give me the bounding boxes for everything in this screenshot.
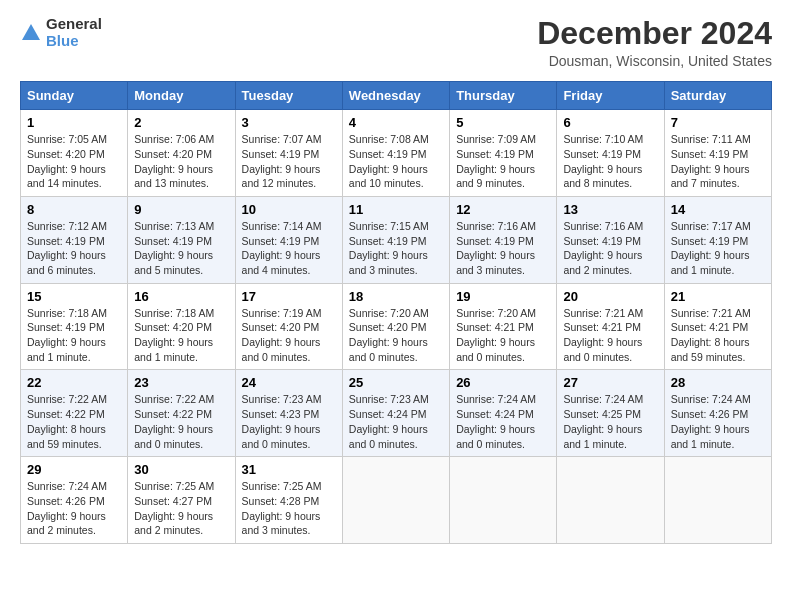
day-info: Sunrise: 7:11 AMSunset: 4:19 PMDaylight:…: [671, 132, 765, 191]
day-info: Sunrise: 7:24 AMSunset: 4:24 PMDaylight:…: [456, 392, 550, 451]
day-number: 6: [563, 115, 657, 130]
calendar-cell: 2Sunrise: 7:06 AMSunset: 4:20 PMDaylight…: [128, 110, 235, 197]
day-number: 28: [671, 375, 765, 390]
day-info: Sunrise: 7:13 AMSunset: 4:19 PMDaylight:…: [134, 219, 228, 278]
calendar-cell: [450, 457, 557, 544]
calendar-cell: 26Sunrise: 7:24 AMSunset: 4:24 PMDayligh…: [450, 370, 557, 457]
day-number: 13: [563, 202, 657, 217]
calendar-cell: 22Sunrise: 7:22 AMSunset: 4:22 PMDayligh…: [21, 370, 128, 457]
day-info: Sunrise: 7:07 AMSunset: 4:19 PMDaylight:…: [242, 132, 336, 191]
day-info: Sunrise: 7:24 AMSunset: 4:25 PMDaylight:…: [563, 392, 657, 451]
calendar-cell: 4Sunrise: 7:08 AMSunset: 4:19 PMDaylight…: [342, 110, 449, 197]
day-number: 30: [134, 462, 228, 477]
calendar-table: SundayMondayTuesdayWednesdayThursdayFrid…: [20, 81, 772, 544]
day-number: 9: [134, 202, 228, 217]
calendar-cell: 1Sunrise: 7:05 AMSunset: 4:20 PMDaylight…: [21, 110, 128, 197]
calendar-day-header: Tuesday: [235, 82, 342, 110]
calendar-day-header: Thursday: [450, 82, 557, 110]
calendar-cell: [664, 457, 771, 544]
day-number: 15: [27, 289, 121, 304]
day-number: 19: [456, 289, 550, 304]
calendar-cell: 27Sunrise: 7:24 AMSunset: 4:25 PMDayligh…: [557, 370, 664, 457]
day-number: 8: [27, 202, 121, 217]
day-info: Sunrise: 7:08 AMSunset: 4:19 PMDaylight:…: [349, 132, 443, 191]
page-header: General Blue December 2024 Dousman, Wisc…: [20, 16, 772, 69]
day-info: Sunrise: 7:15 AMSunset: 4:19 PMDaylight:…: [349, 219, 443, 278]
calendar-cell: 28Sunrise: 7:24 AMSunset: 4:26 PMDayligh…: [664, 370, 771, 457]
calendar-cell: 17Sunrise: 7:19 AMSunset: 4:20 PMDayligh…: [235, 283, 342, 370]
day-number: 24: [242, 375, 336, 390]
day-number: 23: [134, 375, 228, 390]
calendar-cell: 12Sunrise: 7:16 AMSunset: 4:19 PMDayligh…: [450, 196, 557, 283]
day-number: 14: [671, 202, 765, 217]
day-info: Sunrise: 7:25 AMSunset: 4:28 PMDaylight:…: [242, 479, 336, 538]
logo-icon: [20, 22, 42, 44]
day-number: 1: [27, 115, 121, 130]
calendar-cell: 25Sunrise: 7:23 AMSunset: 4:24 PMDayligh…: [342, 370, 449, 457]
calendar-cell: 6Sunrise: 7:10 AMSunset: 4:19 PMDaylight…: [557, 110, 664, 197]
calendar-cell: 9Sunrise: 7:13 AMSunset: 4:19 PMDaylight…: [128, 196, 235, 283]
day-number: 21: [671, 289, 765, 304]
day-info: Sunrise: 7:25 AMSunset: 4:27 PMDaylight:…: [134, 479, 228, 538]
day-info: Sunrise: 7:24 AMSunset: 4:26 PMDaylight:…: [671, 392, 765, 451]
calendar-cell: 23Sunrise: 7:22 AMSunset: 4:22 PMDayligh…: [128, 370, 235, 457]
calendar-cell: 5Sunrise: 7:09 AMSunset: 4:19 PMDaylight…: [450, 110, 557, 197]
day-number: 31: [242, 462, 336, 477]
day-number: 11: [349, 202, 443, 217]
title-block: December 2024 Dousman, Wisconsin, United…: [537, 16, 772, 69]
logo-text: General Blue: [46, 16, 102, 49]
calendar-day-header: Wednesday: [342, 82, 449, 110]
day-number: 18: [349, 289, 443, 304]
day-number: 25: [349, 375, 443, 390]
day-number: 26: [456, 375, 550, 390]
calendar-header: SundayMondayTuesdayWednesdayThursdayFrid…: [21, 82, 772, 110]
day-number: 29: [27, 462, 121, 477]
calendar-cell: 8Sunrise: 7:12 AMSunset: 4:19 PMDaylight…: [21, 196, 128, 283]
logo: General Blue: [20, 16, 102, 49]
day-info: Sunrise: 7:16 AMSunset: 4:19 PMDaylight:…: [456, 219, 550, 278]
day-info: Sunrise: 7:20 AMSunset: 4:20 PMDaylight:…: [349, 306, 443, 365]
day-info: Sunrise: 7:09 AMSunset: 4:19 PMDaylight:…: [456, 132, 550, 191]
calendar-week-row: 8Sunrise: 7:12 AMSunset: 4:19 PMDaylight…: [21, 196, 772, 283]
day-number: 20: [563, 289, 657, 304]
calendar-day-header: Monday: [128, 82, 235, 110]
calendar-cell: 30Sunrise: 7:25 AMSunset: 4:27 PMDayligh…: [128, 457, 235, 544]
calendar-day-header: Sunday: [21, 82, 128, 110]
logo-blue: Blue: [46, 33, 102, 50]
day-number: 5: [456, 115, 550, 130]
calendar-cell: 19Sunrise: 7:20 AMSunset: 4:21 PMDayligh…: [450, 283, 557, 370]
calendar-cell: 15Sunrise: 7:18 AMSunset: 4:19 PMDayligh…: [21, 283, 128, 370]
calendar-cell: 31Sunrise: 7:25 AMSunset: 4:28 PMDayligh…: [235, 457, 342, 544]
day-number: 4: [349, 115, 443, 130]
calendar-cell: 10Sunrise: 7:14 AMSunset: 4:19 PMDayligh…: [235, 196, 342, 283]
calendar-day-header: Saturday: [664, 82, 771, 110]
day-number: 10: [242, 202, 336, 217]
main-title: December 2024: [537, 16, 772, 51]
day-info: Sunrise: 7:23 AMSunset: 4:24 PMDaylight:…: [349, 392, 443, 451]
day-info: Sunrise: 7:16 AMSunset: 4:19 PMDaylight:…: [563, 219, 657, 278]
calendar-cell: [557, 457, 664, 544]
day-info: Sunrise: 7:22 AMSunset: 4:22 PMDaylight:…: [134, 392, 228, 451]
calendar-day-header: Friday: [557, 82, 664, 110]
day-info: Sunrise: 7:20 AMSunset: 4:21 PMDaylight:…: [456, 306, 550, 365]
calendar-cell: 13Sunrise: 7:16 AMSunset: 4:19 PMDayligh…: [557, 196, 664, 283]
calendar-cell: 24Sunrise: 7:23 AMSunset: 4:23 PMDayligh…: [235, 370, 342, 457]
day-info: Sunrise: 7:05 AMSunset: 4:20 PMDaylight:…: [27, 132, 121, 191]
day-number: 22: [27, 375, 121, 390]
day-number: 2: [134, 115, 228, 130]
day-info: Sunrise: 7:10 AMSunset: 4:19 PMDaylight:…: [563, 132, 657, 191]
day-number: 7: [671, 115, 765, 130]
day-info: Sunrise: 7:14 AMSunset: 4:19 PMDaylight:…: [242, 219, 336, 278]
day-number: 17: [242, 289, 336, 304]
day-info: Sunrise: 7:21 AMSunset: 4:21 PMDaylight:…: [671, 306, 765, 365]
day-info: Sunrise: 7:17 AMSunset: 4:19 PMDaylight:…: [671, 219, 765, 278]
day-info: Sunrise: 7:06 AMSunset: 4:20 PMDaylight:…: [134, 132, 228, 191]
calendar-cell: 14Sunrise: 7:17 AMSunset: 4:19 PMDayligh…: [664, 196, 771, 283]
calendar-cell: 7Sunrise: 7:11 AMSunset: 4:19 PMDaylight…: [664, 110, 771, 197]
day-number: 12: [456, 202, 550, 217]
calendar-week-row: 29Sunrise: 7:24 AMSunset: 4:26 PMDayligh…: [21, 457, 772, 544]
logo-general: General: [46, 16, 102, 33]
calendar-cell: 16Sunrise: 7:18 AMSunset: 4:20 PMDayligh…: [128, 283, 235, 370]
calendar-cell: 29Sunrise: 7:24 AMSunset: 4:26 PMDayligh…: [21, 457, 128, 544]
calendar-cell: 18Sunrise: 7:20 AMSunset: 4:20 PMDayligh…: [342, 283, 449, 370]
